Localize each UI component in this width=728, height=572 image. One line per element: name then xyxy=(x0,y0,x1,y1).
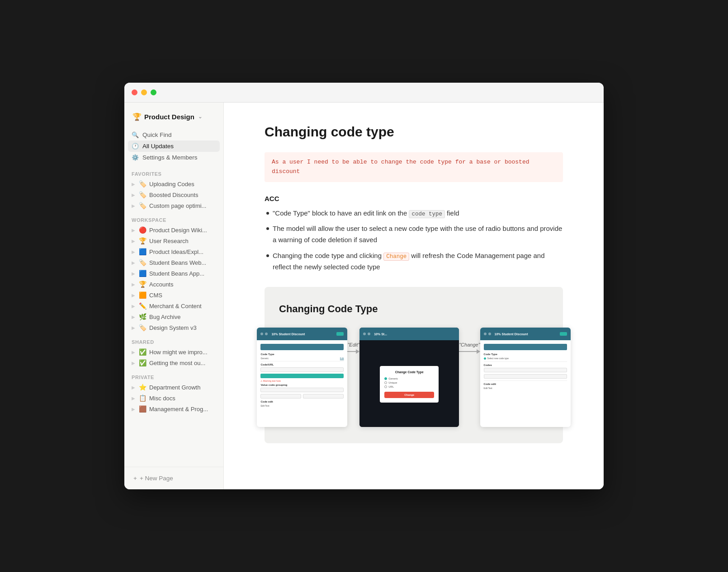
list-item[interactable]: ▶ 🏷️ Boosted Discounts xyxy=(128,189,220,200)
arrow-icon: ▶ xyxy=(132,325,136,330)
acc-bullet-list: "Code Type" block to have an edit link o… xyxy=(265,208,563,273)
mockup-field-b xyxy=(484,368,567,372)
item-text: Boosted Discounts xyxy=(149,192,198,198)
item-emoji: 🟧 xyxy=(139,291,147,299)
diagram-step-2: 10% St... Change Code Type Gener xyxy=(359,324,459,427)
list-item[interactable]: ▶ 🏷️ Design System v3 xyxy=(128,322,220,333)
sidebar-header: 🏆 Product Design ⌄ xyxy=(124,103,223,127)
mockup-section-a: Code Type xyxy=(484,353,567,356)
modal-radio-row-1: Generic xyxy=(384,377,434,380)
item-text: Student Beans App... xyxy=(149,270,204,277)
item-text: Uploading Codes xyxy=(149,181,194,188)
list-item[interactable]: ▶ 🟧 CMS xyxy=(128,290,220,300)
new-page-label: + New Page xyxy=(140,475,173,482)
list-item[interactable]: ▶ 🟫 Management & Prog... xyxy=(128,403,220,414)
list-item[interactable]: ▶ 🟦 Student Beans App... xyxy=(128,268,220,279)
list-item[interactable]: ▶ 🏷️ Uploading Codes xyxy=(128,178,220,189)
mockup-body-3: Code Type Select new code type Codes xyxy=(480,340,571,394)
item-emoji: 🟫 xyxy=(139,405,147,413)
mockup-field xyxy=(260,367,344,372)
arrowhead-2 xyxy=(477,349,480,354)
item-emoji: 🏷️ xyxy=(139,324,147,331)
line xyxy=(347,351,356,352)
list-item[interactable]: ▶ ✏️ Merchant & Content xyxy=(128,300,220,311)
list-item[interactable]: ▶ 🏷️ Custom page optimi... xyxy=(128,200,220,211)
page-content-area: Changing code type As a user I need to b… xyxy=(237,103,590,479)
arrow-icon: ▶ xyxy=(132,407,136,412)
mockup-section: Code Type xyxy=(260,353,344,356)
new-page-button[interactable]: + + New Page xyxy=(130,473,218,484)
inline-code-code-type: code type xyxy=(409,210,445,218)
mockup-field-group xyxy=(260,394,344,399)
mockup-body: Code Type Generic Edit Code/URL xyxy=(257,340,347,412)
sidebar-item-settings[interactable]: ⚙️ Settings & Members xyxy=(128,152,220,163)
bullet-item-3: Changing the code type and clicking Chan… xyxy=(265,250,563,273)
workspace-name: Product Design xyxy=(144,113,194,121)
list-item[interactable]: ▶ 🏷️ Student Beans Web... xyxy=(128,257,220,268)
list-item[interactable]: ▶ 🌿 Bug Archive xyxy=(128,311,220,322)
sidebar-navigation: 🔍 Quick Find 🕐 All Updates ⚙️ Settings &… xyxy=(124,127,223,165)
arrow-icon: ▶ xyxy=(132,314,136,319)
close-button[interactable] xyxy=(132,89,137,95)
mockup-title-2: 10% St... xyxy=(374,333,387,336)
radio-a xyxy=(484,357,486,360)
list-item[interactable]: ▶ ✅ How might we impro... xyxy=(128,347,220,357)
radio-unselected-2 xyxy=(384,385,387,388)
mockup-header-3: 10% Student Discount xyxy=(480,328,571,340)
item-text: Getting the most ou... xyxy=(149,360,205,366)
search-icon: 🔍 xyxy=(132,131,139,138)
bullet-dot xyxy=(266,227,269,230)
item-emoji: 🏷️ xyxy=(139,191,147,198)
diagram-step-3: 10% Student Discount Code Type Select ne… xyxy=(480,324,571,427)
modal-change-button[interactable]: Change xyxy=(384,392,434,398)
list-item[interactable]: ▶ 🟦 Product Ideas/Expl... xyxy=(128,246,220,257)
item-text: Product Ideas/Expl... xyxy=(149,248,203,255)
mockup-section-c: Code edit xyxy=(484,383,567,385)
mockup-section4: Code edit xyxy=(260,400,344,403)
workspace-title[interactable]: 🏆 Product Design ⌄ xyxy=(131,110,217,124)
arrow-icon: ▶ xyxy=(132,203,136,208)
item-text: Department Growth xyxy=(149,384,200,391)
minimize-button[interactable] xyxy=(141,89,147,95)
list-item[interactable]: ▶ 🏆 Accounts xyxy=(128,279,220,290)
item-text: Accounts xyxy=(149,281,173,288)
modal-btn-text: Change xyxy=(404,394,414,396)
user-story-block: As a user I need to be able to change th… xyxy=(265,152,563,182)
arrow-icon: ▶ xyxy=(132,182,136,187)
header-dot xyxy=(488,333,491,335)
list-item[interactable]: ▶ 📋 Misc docs xyxy=(128,393,220,403)
item-emoji: 🏷️ xyxy=(139,259,147,266)
item-text: How might we impro... xyxy=(149,349,208,356)
list-item[interactable]: ▶ 🔴 Product Design Wiki... xyxy=(128,225,220,235)
arrow-icon: ▶ xyxy=(132,385,136,390)
mockup-section3: Value code grouping xyxy=(260,384,344,386)
mockup-screen-1: 10% Student Discount Code Type Generic E… xyxy=(257,328,347,427)
sidebar-section-workspace: WORKSPACE ▶ 🔴 Product Design Wiki... ▶ 🏆… xyxy=(124,216,223,333)
bullet-text: Changing the code type and clicking Chan… xyxy=(273,250,563,273)
arrowhead xyxy=(356,349,359,354)
field-sm-2 xyxy=(303,394,344,399)
arrow-icon: ▶ xyxy=(132,271,136,276)
mockup-section2: Code/URL xyxy=(260,363,344,366)
sidebar-item-quick-find[interactable]: 🔍 Quick Find xyxy=(128,129,220,141)
arrow-icon: ▶ xyxy=(132,260,136,265)
item-text: Misc docs xyxy=(149,395,175,402)
diagram-flow: 10% Student Discount Code Type Generic E… xyxy=(275,324,552,427)
item-emoji: ✅ xyxy=(139,359,147,366)
radio-row-a: Select new code type xyxy=(484,357,567,360)
list-item[interactable]: ▶ ⭐ Department Growth xyxy=(128,382,220,393)
radio-selected xyxy=(384,377,387,380)
arrow-icon: ▶ xyxy=(132,304,136,309)
bullet-dot xyxy=(266,212,269,215)
diagram-title: Changing Code Type xyxy=(275,303,552,315)
bullet-text: The model will allow the user to select … xyxy=(273,223,563,246)
item-text: CMS xyxy=(149,292,162,299)
maximize-button[interactable] xyxy=(151,89,156,95)
sidebar-section-favorites: FAVORITES ▶ 🏷️ Uploading Codes ▶ 🏷️ Boos… xyxy=(124,169,223,211)
arrow-icon: ▶ xyxy=(132,282,136,287)
inline-highlight-change: Change xyxy=(383,253,409,261)
list-item[interactable]: ▶ ✅ Getting the most ou... xyxy=(128,357,220,368)
sidebar-item-all-updates[interactable]: 🕐 All Updates xyxy=(128,141,220,152)
list-item[interactable]: ▶ 🏆 User Research xyxy=(128,235,220,246)
app-body: 🏆 Product Design ⌄ 🔍 Quick Find 🕐 All Up… xyxy=(124,103,604,489)
